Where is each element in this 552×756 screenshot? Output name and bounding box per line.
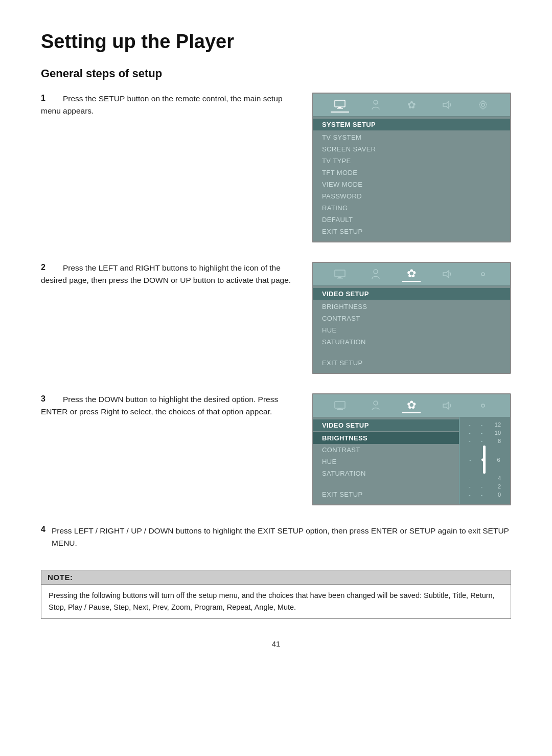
step-3-desc: Press the DOWN button to highlight the d… xyxy=(41,395,278,416)
dash: - xyxy=(469,421,471,428)
step-1-desc: Press the SETUP button on the remote con… xyxy=(41,94,283,115)
menu-item: EXIT SETUP xyxy=(313,226,510,237)
svg-point-16 xyxy=(374,401,378,405)
screen-2: ✿ VIDEO SETUP BRIGHTNESS CONTRAST xyxy=(312,262,511,374)
step-2-row: 2 Press the LEFT and RIGHT buttons to hi… xyxy=(41,262,511,374)
menu-2: VIDEO SETUP BRIGHTNESS CONTRAST HUE SATU… xyxy=(313,286,510,373)
svg-rect-7 xyxy=(335,270,345,277)
page-title: Setting up the Player xyxy=(41,31,511,53)
person-icon xyxy=(366,266,385,282)
slider-row-0: - - 0 xyxy=(459,491,510,499)
note-text: Pressing the following buttons will turn… xyxy=(41,585,511,618)
dash: - xyxy=(469,475,471,481)
menu-item: DEFAULT xyxy=(313,214,510,226)
slider-row-10: - - 10 xyxy=(459,429,510,437)
dash: - xyxy=(469,430,471,436)
section-title: General steps of setup xyxy=(41,67,511,80)
gear-icon xyxy=(474,266,492,282)
svg-rect-14 xyxy=(338,408,341,409)
menu-item: HUE xyxy=(313,456,459,468)
menu-item: SATURATION xyxy=(313,336,510,348)
slider-area: - - 12 - - 10 - - 8 xyxy=(459,417,510,504)
dash: - xyxy=(480,483,482,490)
svg-rect-1 xyxy=(338,107,341,108)
menu-with-slider: VIDEO SETUP BRIGHTNESS CONTRAST HUE SATU… xyxy=(313,417,510,504)
content-area: 1 Press the SETUP button on the remote c… xyxy=(41,93,511,619)
dash: - xyxy=(469,492,471,498)
step-4-number: 4 xyxy=(41,525,45,549)
slider-row-2: - - 2 xyxy=(459,482,510,491)
value-10: 10 xyxy=(493,430,501,436)
flower-icon: ✿ xyxy=(402,398,421,413)
dash: - xyxy=(469,483,471,490)
menu-item: SATURATION xyxy=(313,468,459,479)
screen-1: ✿ SYSTEM SETUP TV SYSTEM xyxy=(312,93,511,242)
menu-item: TV TYPE xyxy=(313,155,510,167)
svg-rect-9 xyxy=(337,278,343,279)
dash: - xyxy=(480,430,482,436)
svg-point-18 xyxy=(481,404,485,407)
dash: - xyxy=(469,438,471,444)
gear-icon xyxy=(474,97,492,113)
menu-header-1: SYSTEM SETUP xyxy=(313,119,510,130)
menu-item-highlighted: BRIGHTNESS xyxy=(313,432,459,444)
menu-item: CONTRAST xyxy=(313,313,510,324)
step-2-desc: Press the LEFT and RIGHT buttons to high… xyxy=(41,263,291,284)
person-icon xyxy=(366,97,385,113)
speaker-icon xyxy=(438,97,456,113)
menu-item: TFT MODE xyxy=(313,167,510,179)
step-2-text: 2 Press the LEFT and RIGHT buttons to hi… xyxy=(41,262,291,286)
screen-3: ✿ VIDEO SETUP BRIGHTNESS xyxy=(312,393,511,505)
svg-point-12 xyxy=(481,273,485,276)
slider-track: - - 12 - - 10 - - 8 xyxy=(459,420,510,499)
icon-bar-1: ✿ xyxy=(313,94,510,117)
dash: - xyxy=(480,475,482,481)
svg-marker-17 xyxy=(443,402,449,409)
step-1-number: 1 xyxy=(41,94,45,103)
step-4-desc: Press LEFT / RIGHT / UP / DOWN buttons t… xyxy=(52,525,511,549)
menu-item: RATING xyxy=(313,202,510,214)
menu-item: TV SYSTEM xyxy=(313,131,510,143)
step-1-text: 1 Press the SETUP button on the remote c… xyxy=(41,93,291,117)
menu-header-2: VIDEO SETUP xyxy=(313,288,510,300)
menu-item: SCREEN SAVER xyxy=(313,143,510,155)
icon-bar-2: ✿ xyxy=(313,263,510,286)
menu-item: PASSWORD xyxy=(313,190,510,202)
menu-item: BRIGHTNESS xyxy=(313,301,510,313)
menu-header-3: VIDEO SETUP xyxy=(313,419,459,431)
svg-marker-5 xyxy=(443,101,449,108)
monitor-icon xyxy=(331,398,349,413)
note-header: NOTE: xyxy=(41,570,511,585)
dash: - xyxy=(480,421,482,428)
flower-icon: ✿ xyxy=(402,266,421,282)
svg-rect-15 xyxy=(337,409,343,410)
flower-icon: ✿ xyxy=(402,97,421,113)
value-8: 8 xyxy=(493,438,501,444)
monitor-icon xyxy=(331,266,349,282)
menu-1: SYSTEM SETUP TV SYSTEM SCREEN SAVER TV T… xyxy=(313,117,510,241)
monitor-icon xyxy=(331,97,349,113)
menu-item: EXIT SETUP xyxy=(313,357,510,369)
step-2-number: 2 xyxy=(41,263,45,272)
value-0: 0 xyxy=(493,492,501,498)
menu-item: VIEW MODE xyxy=(313,179,510,190)
svg-point-10 xyxy=(374,270,378,274)
menu-item: CONTRAST xyxy=(313,444,459,456)
menu-item: EXIT SETUP xyxy=(313,488,459,500)
speaker-icon xyxy=(438,266,456,282)
value-12: 12 xyxy=(493,421,501,428)
svg-point-6 xyxy=(481,103,485,106)
svg-rect-2 xyxy=(337,108,343,109)
slider-row-8: - - 8 xyxy=(459,437,510,445)
step-3-number: 3 xyxy=(41,394,45,404)
note-box: NOTE: Pressing the following buttons wil… xyxy=(41,570,511,619)
step-3-row: 3 Press the DOWN button to highlight the… xyxy=(41,393,511,505)
svg-rect-13 xyxy=(335,402,345,408)
step-3-text: 3 Press the DOWN button to highlight the… xyxy=(41,393,291,418)
page-number: 41 xyxy=(41,639,511,648)
svg-rect-8 xyxy=(338,277,341,278)
gear-icon xyxy=(474,398,492,413)
menu-left-3: VIDEO SETUP BRIGHTNESS CONTRAST HUE SATU… xyxy=(313,417,459,504)
menu-item: HUE xyxy=(313,324,510,336)
person-icon xyxy=(366,398,385,413)
